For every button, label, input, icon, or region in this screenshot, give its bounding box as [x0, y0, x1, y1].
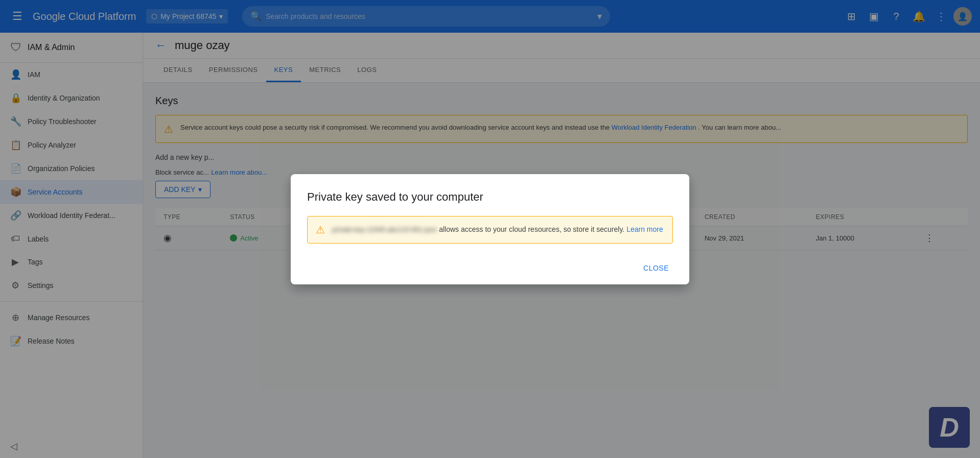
dialog-warning-icon: ⚠: [316, 224, 325, 236]
private-key-dialog: Private key saved to your computer ⚠ pri…: [291, 174, 689, 284]
redacted-filename: private-key-12345-abc123-561-json: [332, 226, 437, 233]
dialog-learn-more-link[interactable]: Learn more: [626, 225, 663, 233]
close-button[interactable]: CLOSE: [635, 260, 677, 276]
dialog-warning-text: private-key-12345-abc123-561-json allows…: [332, 224, 663, 235]
dialog-actions: CLOSE: [291, 252, 689, 284]
dialog-warning: ⚠ private-key-12345-abc123-561-json allo…: [307, 216, 673, 244]
dialog-overlay: Private key saved to your computer ⚠ pri…: [0, 0, 980, 458]
dialog-body: Private key saved to your computer ⚠ pri…: [291, 174, 689, 252]
dialog-title: Private key saved to your computer: [307, 190, 673, 204]
